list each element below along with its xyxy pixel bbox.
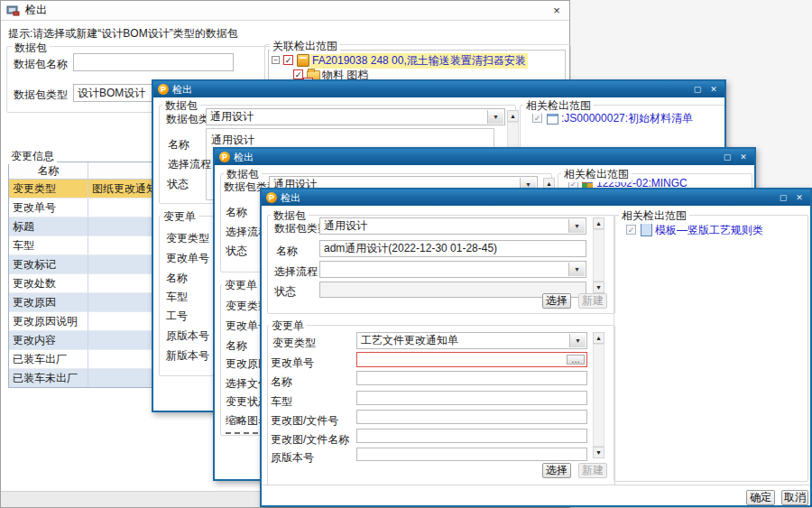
w3-status-label: 状态 <box>226 244 247 259</box>
cancel-button[interactable]: 取消 <box>781 490 808 505</box>
tree-collapse-icon[interactable]: − <box>272 56 280 64</box>
w4-chg-scrollbar[interactable] <box>593 344 604 447</box>
tree-child-checkbox[interactable]: ✓ <box>293 69 303 79</box>
ok-button[interactable]: 确定 <box>746 490 775 505</box>
w4-old-version-input[interactable] <box>356 448 587 461</box>
w3-title: 检出 <box>234 151 254 164</box>
scroll-down-icon[interactable]: ▼ <box>593 282 604 293</box>
w4-drawing-name-input[interactable] <box>356 429 587 443</box>
w1-package-name-input[interactable] <box>73 53 234 71</box>
w4-chg-select-button[interactable]: 选择 <box>542 463 571 478</box>
w4-status-label: 状态 <box>274 284 296 300</box>
w4-scope-item[interactable]: 模板—竖版工艺规则类 <box>655 223 763 238</box>
w1-package-name-label: 数据包名称 <box>14 57 68 72</box>
w4-change-no-input[interactable]: … <box>356 352 587 367</box>
w1-titlebar[interactable]: 检出 × <box>1 1 569 21</box>
w2-list-item[interactable]: 通用设计 <box>211 133 498 148</box>
hint-text: 提示:请选择或新建“设计BOM设计”类型的数据包 <box>8 26 238 42</box>
document-icon <box>547 112 558 125</box>
table-row[interactable]: 更改内容 <box>9 331 155 350</box>
chevron-down-icon[interactable]: ▼ <box>568 219 585 233</box>
w3-name-label: 名称 <box>226 205 247 220</box>
w4-pkg-select-button[interactable]: 选择 <box>542 293 571 309</box>
table-row[interactable]: 更改原因说明 <box>9 312 155 331</box>
w3-scope-group-label: 相关检出范围 <box>561 167 632 182</box>
scroll-up-icon[interactable]: ▲ <box>593 217 604 229</box>
w4-change-type-combo[interactable]: 工艺文件更改通知单 ▼ <box>356 332 587 349</box>
table-row[interactable]: 已装车未出厂 <box>9 369 155 387</box>
col-value-header <box>88 162 155 179</box>
table-row[interactable]: 变更类型图纸更改通知单 <box>9 180 155 199</box>
w2-scope-checkbox[interactable]: ✓ <box>532 113 542 123</box>
close-icon[interactable]: ✕ <box>737 152 750 162</box>
w2-chg-label: 工号 <box>166 309 188 324</box>
w1-package-type-label: 数据包类型 <box>14 88 68 103</box>
w4-titlebar[interactable]: P 检出 ▢ ✕ <box>262 189 810 206</box>
w4-package-group-label: 数据包 <box>271 208 309 224</box>
chevron-down-icon[interactable]: ▼ <box>569 334 586 347</box>
screen: 检出 × 提示:请选择或新建“设计BOM设计”类型的数据包 数据包 数据包名称 … <box>0 0 812 508</box>
scroll-down-icon[interactable]: ▼ <box>593 447 604 458</box>
p-logo-icon: P <box>266 192 277 203</box>
w3-change-group-label: 变更单 <box>222 278 260 293</box>
w4-scope-checkbox[interactable]: ✓ <box>626 225 636 235</box>
w2-package-type-combo[interactable]: 通用设计 ▼ <box>206 108 505 125</box>
close-icon[interactable]: ✕ <box>793 192 806 203</box>
w3-chg-label: 名称 <box>226 338 247 354</box>
app-icon <box>6 5 20 16</box>
w2-status-label: 状态 <box>167 177 189 192</box>
w4-name-input[interactable]: adm通用设计(2022-12-30 01-28-45) <box>319 240 586 257</box>
w2-name-label: 名称 <box>168 137 189 152</box>
w2-flow-label: 选择流程 <box>168 157 211 172</box>
w4-package-type-combo[interactable]: 通用设计 ▼ <box>319 217 586 235</box>
w2-titlebar[interactable]: P 检出 ▢ ✕ <box>153 81 724 97</box>
maximize-icon[interactable]: ▢ <box>691 84 704 95</box>
w2-change-group-label: 变更单 <box>161 209 198 225</box>
w3-titlebar[interactable]: P 检出 ▢ ✕ <box>215 149 754 165</box>
close-icon[interactable]: × <box>549 4 564 18</box>
w4-chg-label: 更改图/文件名称 <box>271 432 349 448</box>
table-row[interactable]: 已装车出厂 <box>9 350 155 369</box>
w4-pkg-new-button[interactable]: 新建 <box>578 293 607 309</box>
w4-chg-label: 原版本号 <box>271 450 314 466</box>
table-row[interactable]: 标题 <box>9 217 155 236</box>
table-row[interactable]: 更改单号 <box>9 199 155 217</box>
w4-chg-label: 更改图/文件号 <box>271 413 338 429</box>
chevron-down-icon[interactable]: ▼ <box>487 110 503 124</box>
w2-chg-label: 变更类型 <box>166 231 209 246</box>
w4-change-group-label: 变更单 <box>269 319 307 334</box>
w4-flow-label: 选择流程 <box>274 264 318 280</box>
w4-drawing-no-input[interactable] <box>356 410 587 424</box>
w1-package-group-label: 数据包 <box>12 41 50 56</box>
scroll-up-icon[interactable]: ▲ <box>593 332 604 344</box>
w4-name-label: 名称 <box>276 244 298 259</box>
scroll-up-icon[interactable]: ▲ <box>507 110 519 122</box>
w4-vehicle-input[interactable] <box>356 391 587 405</box>
table-row[interactable]: 更改标记 <box>9 255 155 274</box>
w4-title: 检出 <box>281 191 300 205</box>
table-row[interactable]: 车型 <box>9 236 155 255</box>
chevron-down-icon[interactable]: ▼ <box>568 263 585 276</box>
w1-title: 检出 <box>25 3 47 18</box>
w4-content: 数据包 数据包类型 通用设计 ▼ 名称 adm通用设计(2022-12-30 0… <box>262 206 810 505</box>
w4-change-type-label: 变更类型 <box>272 336 316 351</box>
table-row[interactable]: 更改原因 <box>9 293 155 312</box>
p-logo-icon: P <box>219 152 230 162</box>
p-logo-icon: P <box>158 84 169 95</box>
w4-flow-combo[interactable]: ▼ <box>319 261 586 278</box>
w2-package-group-label: 数据包 <box>162 98 200 114</box>
w4-pkg-scrollbar[interactable] <box>593 229 604 282</box>
tree-root-checkbox[interactable]: ✓ <box>283 55 293 65</box>
browse-icon[interactable]: … <box>567 355 585 365</box>
w4-chg-name-input[interactable] <box>356 371 587 385</box>
tree-root-label[interactable]: FA2019038 248 00,混土输送装置清扫器安装 <box>310 53 528 69</box>
table-header: 名称 <box>9 162 155 180</box>
maximize-icon[interactable]: ▢ <box>777 192 789 203</box>
w4-chg-label: 车型 <box>271 394 292 410</box>
close-icon[interactable]: ✕ <box>707 84 720 95</box>
w4-chg-new-button[interactable]: 新建 <box>578 463 607 478</box>
w2-chg-label: 名称 <box>166 271 188 286</box>
table-row[interactable]: 更改处数 <box>9 274 155 293</box>
maximize-icon[interactable]: ▢ <box>721 152 734 162</box>
w4-chg-label: 更改单号 <box>271 356 314 371</box>
